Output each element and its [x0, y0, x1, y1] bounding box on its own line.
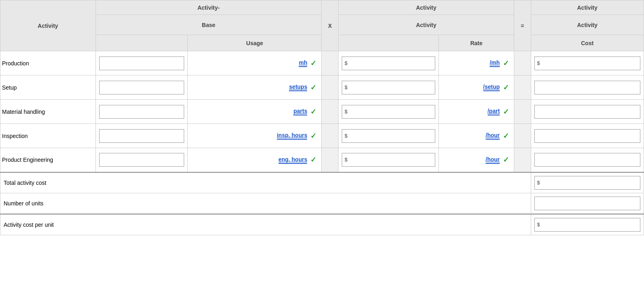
production-rate-check: ✓ [503, 59, 509, 68]
engineering-usage-input-cell [96, 148, 187, 172]
setup-rate-text[interactable]: /setup [483, 84, 500, 91]
activity-name-material-handling: Material handling [0, 100, 96, 124]
header-activity-cost-group: Activity [531, 0, 644, 15]
row-number-of-units: Number of units [0, 193, 644, 214]
header-eq: = [514, 0, 531, 51]
production-usage-label-cell: mh ✓ [188, 51, 322, 75]
inspection-rate-input[interactable] [349, 130, 435, 142]
setup-usage-input-cell [96, 75, 187, 100]
total-activity-cost-input[interactable] [542, 176, 640, 189]
material-rate-input[interactable] [349, 105, 435, 118]
number-of-units-input[interactable] [534, 197, 640, 210]
header-activity-base-group: Activity- [96, 0, 322, 15]
setup-usage-text[interactable]: setups [289, 84, 307, 91]
total-activity-cost-prefix: $ [535, 176, 542, 190]
engineering-usage-check: ✓ [310, 155, 316, 164]
production-rate-prefix: $ [342, 56, 349, 70]
activity-cost-table: Activity Activity- X Activity = Activity… [0, 0, 644, 235]
number-of-units-cost-cell [531, 193, 644, 214]
material-eq-cell [514, 100, 531, 124]
header-usage-input [96, 35, 187, 51]
production-eq-cell [514, 51, 531, 75]
engineering-cost-cell [531, 148, 644, 172]
inspection-usage-input[interactable] [99, 129, 184, 143]
activity-name-inspection: Inspection [0, 124, 96, 148]
activity-name-production: Production [0, 51, 96, 75]
activity-cost-per-unit-label: Activity cost per unit [0, 214, 531, 235]
header-row-1: Activity Activity- X Activity = Activity [0, 0, 644, 15]
material-cost-cell [531, 100, 644, 124]
header-activity: Activity [0, 0, 96, 51]
production-cost-input[interactable] [542, 57, 640, 70]
header-cost: Cost [531, 35, 644, 51]
total-activity-cost-cell: $ [531, 172, 644, 193]
production-cost-cell: $ [531, 51, 644, 75]
engineering-rate-input[interactable] [349, 153, 435, 166]
engineering-rate-input-cell: $ [338, 148, 438, 172]
engineering-rate-text[interactable]: /hour [486, 156, 500, 164]
setup-x-cell [322, 75, 339, 100]
row-setup: Setup setups ✓ $ /setup [0, 75, 644, 100]
activity-cost-per-unit-prefix: $ [535, 218, 542, 232]
inspection-rate-input-cell: $ [338, 124, 438, 148]
production-rate-text[interactable]: /mh [490, 59, 500, 67]
engineering-eq-cell [514, 148, 531, 172]
material-rate-label-cell: /part ✓ [439, 100, 514, 124]
header-rate-label: Rate [439, 35, 514, 51]
inspection-rate-prefix: $ [342, 129, 349, 143]
row-total-activity-cost: Total activity cost $ [0, 172, 644, 193]
header-activity-rate: Activity [338, 15, 514, 35]
setup-cost-cell [531, 75, 644, 100]
header-rate-input [338, 35, 438, 51]
inspection-usage-input-cell [96, 124, 187, 148]
material-x-cell [322, 100, 339, 124]
production-x-cell [322, 51, 339, 75]
activity-name-product-engineering: Product Engineering [0, 148, 96, 172]
activity-cost-per-unit-input[interactable] [542, 218, 640, 231]
material-usage-input[interactable] [99, 105, 184, 119]
engineering-rate-check: ✓ [503, 155, 509, 164]
material-usage-text[interactable]: parts [293, 108, 307, 115]
inspection-rate-text[interactable]: /hour [486, 132, 500, 140]
engineering-rate-label-cell: /hour ✓ [439, 148, 514, 172]
inspection-rate-check: ✓ [503, 132, 509, 140]
activity-name-setup: Setup [0, 75, 96, 100]
inspection-eq-cell [514, 124, 531, 148]
production-cost-prefix: $ [535, 56, 542, 70]
setup-usage-input[interactable] [99, 81, 184, 94]
setup-usage-check: ✓ [310, 83, 316, 92]
inspection-rate-label-cell: /hour ✓ [439, 124, 514, 148]
row-material-handling: Material handling parts ✓ $ /par [0, 100, 644, 124]
production-usage-text[interactable]: mh [299, 59, 307, 67]
inspection-cost-input[interactable] [534, 129, 640, 143]
setup-rate-input[interactable] [349, 81, 435, 94]
header-activity-rate-group: Activity [338, 0, 514, 15]
setup-rate-prefix: $ [342, 81, 349, 94]
engineering-rate-prefix: $ [342, 153, 349, 167]
inspection-cost-cell [531, 124, 644, 148]
setup-rate-input-cell: $ [338, 75, 438, 100]
material-rate-prefix: $ [342, 105, 349, 119]
material-rate-input-cell: $ [338, 100, 438, 124]
production-usage-check: ✓ [310, 59, 316, 68]
engineering-usage-input[interactable] [99, 153, 184, 167]
material-cost-input[interactable] [534, 105, 640, 119]
material-usage-check: ✓ [310, 107, 316, 116]
row-product-engineering: Product Engineering eng. hours ✓ $ [0, 148, 644, 172]
production-rate-input[interactable] [349, 57, 435, 70]
production-usage-input[interactable] [99, 56, 184, 70]
row-activity-cost-per-unit: Activity cost per unit $ [0, 214, 644, 235]
activity-cost-per-unit-cell: $ [531, 214, 644, 235]
header-x: X [322, 0, 339, 51]
engineering-usage-text[interactable]: eng. hours [278, 156, 307, 164]
setup-eq-cell [514, 75, 531, 100]
production-usage-input-cell [96, 51, 187, 75]
inspection-usage-text[interactable]: insp. hours [277, 132, 307, 140]
engineering-cost-input[interactable] [534, 153, 640, 167]
setup-rate-label-cell: /setup ✓ [439, 75, 514, 100]
production-rate-input-cell: $ [338, 51, 438, 75]
total-activity-label: Total activity cost [0, 172, 531, 193]
material-rate-text[interactable]: /part [488, 108, 500, 115]
setup-usage-label-cell: setups ✓ [188, 75, 322, 100]
setup-cost-input[interactable] [534, 81, 640, 94]
